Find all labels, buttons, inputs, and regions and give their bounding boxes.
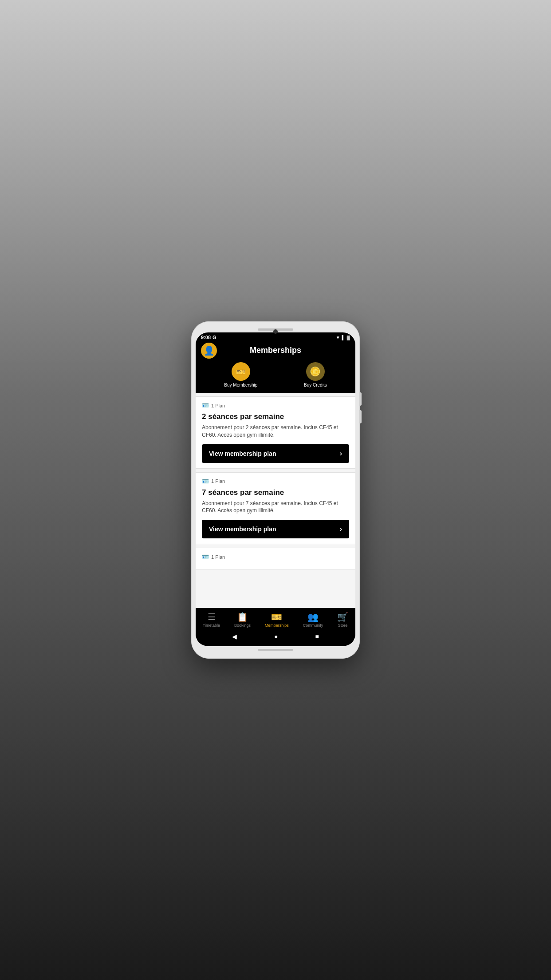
memberships-icon: 🎫 xyxy=(271,612,282,622)
community-label: Community xyxy=(303,623,323,628)
membership-card-1: 🪪 1 Plan 2 séances par semaine Abonnemen… xyxy=(196,396,355,469)
phone-screen: 9:08 G ▼ ▌ ▓ 👤 Memberships 🎫 xyxy=(196,332,355,646)
avatar-button[interactable]: 👤 xyxy=(201,343,217,359)
plan-badge-2: 🪪 1 Plan xyxy=(202,478,349,485)
plan-description-2: Abonnement pour 7 séances par semaine. I… xyxy=(202,500,349,515)
plan-count-2: 1 Plan xyxy=(211,478,225,484)
header-top: 👤 Memberships xyxy=(201,346,350,360)
bookings-icon: 📋 xyxy=(237,612,248,622)
signal-icon: ▌ xyxy=(342,335,345,340)
plan-badge-3: 🪪 1 Plan xyxy=(202,553,349,560)
nav-memberships[interactable]: 🎫 Memberships xyxy=(261,611,292,628)
community-icon: 👥 xyxy=(307,612,319,622)
nav-community[interactable]: 👥 Community xyxy=(299,611,327,628)
header-actions: 🎫 Buy Membership 🪙 Buy Credits xyxy=(201,360,350,387)
membership-card-2: 🪪 1 Plan 7 séances par semaine Abonnemen… xyxy=(196,472,355,545)
credits-icon-circle: 🪙 xyxy=(306,362,325,381)
buy-credits-button[interactable]: 🪙 Buy Credits xyxy=(304,362,327,387)
phone-bottom-bar xyxy=(196,646,355,654)
home-indicator xyxy=(258,649,293,651)
badge-icon-3: 🪪 xyxy=(202,553,209,560)
membership-icon: 🎫 xyxy=(236,367,246,376)
view-plan-button-2[interactable]: View membership plan › xyxy=(202,520,349,538)
buy-credits-label: Buy Credits xyxy=(304,383,327,387)
plan-count-1: 1 Plan xyxy=(211,403,225,408)
plan-title-1: 2 séances par semaine xyxy=(202,412,349,421)
nav-items: ☰ Timetable 📋 Bookings 🎫 Memberships 👥 C… xyxy=(196,611,355,628)
back-button[interactable]: ◀ xyxy=(228,631,240,642)
membership-icon-circle: 🎫 xyxy=(232,362,250,381)
battery-icon: ▓ xyxy=(347,335,350,340)
phone-top-bar xyxy=(196,326,355,332)
app-header: 👤 Memberships 🎫 Buy Membership 🪙 Buy Cre… xyxy=(196,342,355,393)
view-plan-label-2: View membership plan xyxy=(209,526,276,533)
nav-timetable[interactable]: ☰ Timetable xyxy=(199,611,224,628)
status-left: 9:08 G xyxy=(201,335,216,340)
front-camera xyxy=(273,329,278,334)
main-content: 🪪 1 Plan 2 séances par semaine Abonnemen… xyxy=(196,393,355,608)
buy-membership-button[interactable]: 🎫 Buy Membership xyxy=(224,362,257,387)
time-display: 9:08 xyxy=(201,335,211,340)
carrier-display: G xyxy=(213,335,216,340)
badge-icon-2: 🪪 xyxy=(202,478,209,485)
wifi-icon: ▼ xyxy=(336,335,340,340)
chevron-icon-1: › xyxy=(340,450,342,458)
bookings-label: Bookings xyxy=(234,623,251,628)
timetable-label: Timetable xyxy=(203,623,220,628)
store-icon: 🛒 xyxy=(337,612,348,622)
plan-title-2: 7 séances par semaine xyxy=(202,488,349,497)
memberships-label: Memberships xyxy=(265,623,289,628)
chevron-icon-2: › xyxy=(340,525,342,533)
store-label: Store xyxy=(338,623,348,628)
plan-count-3: 1 Plan xyxy=(211,554,225,560)
timetable-icon: ☰ xyxy=(208,612,216,622)
buy-membership-label: Buy Membership xyxy=(224,383,257,387)
android-nav: ◀ ● ■ xyxy=(196,628,355,644)
page-title: Memberships xyxy=(250,346,301,355)
nav-bookings[interactable]: 📋 Bookings xyxy=(231,611,254,628)
badge-icon-1: 🪪 xyxy=(202,402,209,409)
user-icon: 👤 xyxy=(204,345,215,356)
volume-down-button[interactable] xyxy=(360,410,362,423)
plan-description-1: Abonnement pour 2 séances par semaine. I… xyxy=(202,424,349,439)
nav-store[interactable]: 🛒 Store xyxy=(334,611,352,628)
view-plan-label-1: View membership plan xyxy=(209,450,276,457)
credits-icon: 🪙 xyxy=(310,366,321,377)
phone-frame: 9:08 G ▼ ▌ ▓ 👤 Memberships 🎫 xyxy=(191,321,360,659)
home-button[interactable]: ● xyxy=(271,631,281,642)
view-plan-button-1[interactable]: View membership plan › xyxy=(202,444,349,463)
volume-up-button[interactable] xyxy=(360,392,362,406)
status-right: ▼ ▌ ▓ xyxy=(336,335,350,340)
bottom-nav: ☰ Timetable 📋 Bookings 🎫 Memberships 👥 C… xyxy=(196,608,355,646)
status-bar: 9:08 G ▼ ▌ ▓ xyxy=(196,332,355,342)
recent-apps-button[interactable]: ■ xyxy=(312,631,323,642)
membership-card-3: 🪪 1 Plan xyxy=(196,548,355,569)
plan-badge-1: 🪪 1 Plan xyxy=(202,402,349,409)
